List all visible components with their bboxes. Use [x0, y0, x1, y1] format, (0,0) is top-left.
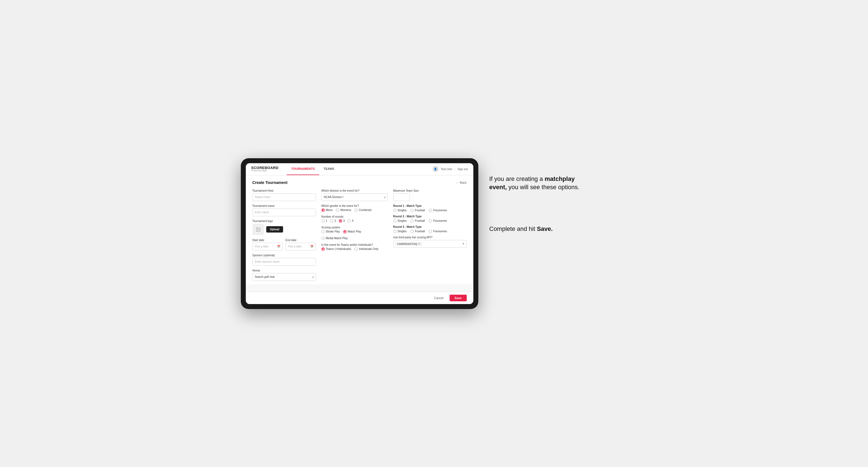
round3-fourball-radio[interactable] [410, 230, 414, 233]
page-header: Create Tournament ← Back [252, 180, 467, 185]
round2-singles-label: Singles [398, 219, 407, 222]
api-label: Use third-party live scoring API? [393, 236, 467, 239]
round2-singles[interactable]: Singles [393, 219, 407, 223]
annotation-save-text-1: Complete and hit [489, 225, 537, 232]
tournament-name-input[interactable] [252, 209, 316, 216]
round2-foursomes-label: Foursomes [433, 219, 447, 222]
gender-radio-group: Mens Womens Combined [321, 209, 388, 212]
round3-singles-radio[interactable] [393, 230, 397, 233]
round1-foursomes-radio[interactable] [429, 209, 432, 212]
round-3-radio[interactable] [339, 219, 342, 223]
round2-fourball-label: Fourball [415, 219, 425, 222]
gender-combined[interactable]: Combined [354, 209, 371, 212]
round3-match-options: Singles Fourball Foursomes [393, 230, 467, 233]
division-select[interactable]: NCAA Division I [321, 193, 388, 201]
gender-mens-label: Mens [326, 209, 333, 212]
app-header: SCOREBOARD Powered by clippit TOURNAMENT… [246, 163, 473, 175]
api-tag-close[interactable]: ✕ [418, 243, 420, 245]
rounds-label: Number of rounds [321, 215, 388, 218]
scoring-stroke[interactable]: Stroke Play [321, 230, 340, 234]
start-date-placeholder: Pick a date [255, 245, 269, 248]
end-date-input[interactable]: Pick a date 📅 [285, 243, 316, 250]
sponsor-label: Sponsor (optional) [252, 254, 316, 257]
round-4-radio[interactable] [347, 219, 351, 223]
signout-link[interactable]: Sign out [458, 168, 468, 171]
round3-singles[interactable]: Singles [393, 230, 407, 233]
tournament-host-label: Tournament Host [252, 189, 316, 192]
scoring-medal-radio[interactable] [321, 237, 325, 240]
teams-individuals-label: Individuals Only [359, 247, 378, 250]
round-1-radio[interactable] [321, 219, 325, 223]
tablet-screen: SCOREBOARD Powered by clippit TOURNAMENT… [246, 163, 473, 304]
rounds-radio-group: 1 2 3 [321, 219, 388, 223]
round2-singles-radio[interactable] [393, 219, 397, 223]
round1-singles[interactable]: Singles [393, 209, 407, 212]
scoring-stroke-radio[interactable] [321, 230, 325, 234]
venue-select[interactable]: Search golf club [252, 273, 316, 281]
round3-foursomes[interactable]: Foursomes [429, 230, 447, 233]
round2-fourball-radio[interactable] [410, 219, 414, 223]
api-select[interactable]: Leaderboard King ✕ ▾ [393, 240, 467, 248]
round3-singles-label: Singles [398, 230, 407, 233]
api-value: Leaderboard King [397, 243, 417, 245]
round3-foursomes-radio[interactable] [429, 230, 432, 233]
round1-fourball[interactable]: Fourball [410, 209, 425, 212]
date-group: Start date Pick a date 📅 End date [252, 239, 316, 250]
round-1[interactable]: 1 [321, 219, 328, 223]
teams-individuals-radio[interactable] [354, 247, 358, 251]
gender-mens-radio[interactable] [321, 209, 325, 212]
tab-tournaments[interactable]: TOURNAMENTS [287, 163, 319, 175]
round2-foursomes-radio[interactable] [429, 219, 432, 223]
gender-mens[interactable]: Mens [321, 209, 333, 212]
tab-teams[interactable]: TEAMS [319, 163, 339, 175]
venue-label: Venue [252, 269, 316, 272]
round-1-label: 1 [326, 219, 328, 222]
save-button[interactable]: Save [450, 295, 467, 301]
sponsor-input[interactable] [252, 258, 316, 266]
start-date-group: Start date Pick a date 📅 [252, 239, 283, 250]
scoring-match-radio[interactable] [343, 230, 347, 234]
scoring-medal[interactable]: Medal Match Play [321, 237, 348, 240]
logo-text: SCOREBOARD [251, 166, 279, 169]
max-team-size-input[interactable]: 5 [393, 193, 410, 201]
round2-foursomes[interactable]: Foursomes [429, 219, 447, 223]
round2-match-options: Singles Fourball Foursomes [393, 219, 467, 223]
gender-combined-radio[interactable] [354, 209, 358, 212]
round-2-radio[interactable] [330, 219, 333, 223]
gender-womens[interactable]: Womens [336, 209, 351, 212]
round-2[interactable]: 2 [330, 219, 336, 223]
round2-fourball[interactable]: Fourball [410, 219, 425, 223]
gender-group: Which gender is the event for? Mens Wome… [321, 205, 388, 212]
round-4[interactable]: 4 [347, 219, 353, 223]
form-col-left: Tournament Host Tournament name Tourname… [252, 189, 316, 284]
round1-foursomes-label: Foursomes [433, 209, 447, 212]
teams-both-radio[interactable] [321, 247, 325, 251]
form-columns: Tournament Host Tournament name Tourname… [252, 189, 467, 284]
annotations: If you are creating a matchplay event, y… [489, 158, 627, 234]
round1-singles-radio[interactable] [393, 209, 397, 212]
header-right: 👤 Test User | Sign out [432, 166, 468, 172]
round1-foursomes[interactable]: Foursomes [429, 209, 447, 212]
round2-match-label: Round 2 - Match Type [393, 215, 467, 218]
round1-fourball-radio[interactable] [410, 209, 414, 212]
teams-individuals[interactable]: Individuals Only [354, 247, 378, 251]
division-select-wrapper: NCAA Division I [321, 193, 388, 201]
cancel-button[interactable]: Cancel [431, 295, 447, 301]
tournament-host-group: Tournament Host [252, 189, 316, 201]
annotation-save: Complete and hit Save. [489, 225, 583, 234]
page-title: Create Tournament [252, 180, 287, 185]
scoring-match-label: Match Play [348, 230, 361, 233]
start-date-input[interactable]: Pick a date 📅 [252, 243, 283, 250]
round1-fourball-label: Fourball [415, 209, 425, 212]
scoring-match[interactable]: Match Play [343, 230, 361, 234]
upload-button[interactable]: Upload [266, 226, 283, 232]
teams-both[interactable]: Teams (+Individuals) [321, 247, 351, 251]
sponsor-group: Sponsor (optional) [252, 254, 316, 266]
round3-fourball[interactable]: Fourball [410, 230, 425, 233]
round-3[interactable]: 3 [339, 219, 345, 223]
main-content: Create Tournament ← Back Tournament Host [246, 175, 473, 292]
back-link[interactable]: ← Back [456, 181, 467, 184]
form-footer: Cancel Save [246, 292, 473, 304]
gender-womens-radio[interactable] [336, 209, 339, 212]
tournament-host-input[interactable] [252, 193, 316, 201]
